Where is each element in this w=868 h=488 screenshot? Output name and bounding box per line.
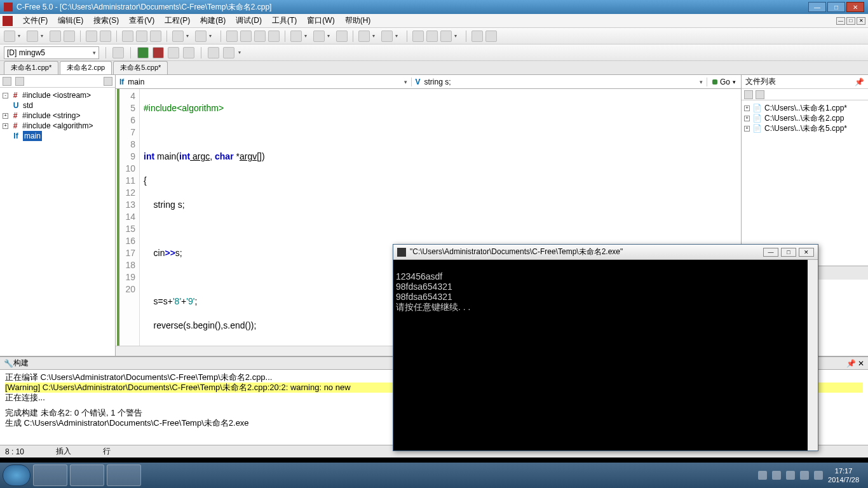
mdi-restore-button[interactable]: □	[846, 17, 855, 25]
left-sidebar: -##include <iostream> Ustd +##include <s…	[0, 75, 116, 356]
insert-mode: 插入	[56, 446, 71, 457]
sb-tool2-icon[interactable]	[15, 77, 24, 86]
start-button[interactable]	[3, 464, 31, 486]
mdi-min-button[interactable]: —	[836, 17, 845, 25]
console-close-button[interactable]: ✕	[799, 248, 814, 257]
line-gutter: 4567891011121314151617181920	[119, 89, 140, 346]
save-all-icon[interactable]	[64, 30, 75, 42]
symbol-tree[interactable]: -##include <iostream> Ustd +##include <s…	[0, 88, 115, 144]
tray-network-icon[interactable]	[800, 471, 809, 480]
menu-debug[interactable]: 调试(D)	[231, 14, 267, 27]
print-icon[interactable]	[86, 30, 97, 42]
bookmark-clear-icon[interactable]	[336, 30, 348, 42]
minimize-button[interactable]: —	[808, 2, 826, 12]
tray-input-icon[interactable]	[758, 471, 767, 480]
window-title: C-Free 5.0 - [C:\Users\Administrator\Doc…	[17, 2, 808, 13]
menu-help[interactable]: 帮助(H)	[340, 14, 376, 27]
line-label: 行	[103, 446, 111, 457]
bookmark-icon[interactable]	[290, 30, 302, 42]
menu-app-icon	[3, 16, 13, 26]
taskbar[interactable]: 17:17 2014/7/28	[0, 463, 868, 488]
new-file-icon[interactable]	[4, 30, 15, 42]
output-pin-icon[interactable]: 📌 ✕	[846, 359, 864, 368]
tab-file1[interactable]: 未命名1.cpp*	[4, 61, 58, 74]
symbol-scope-select[interactable]: Ifmain▾	[116, 78, 412, 86]
console-output[interactable]: 123456asdf 98fdsa654321 98fdsa654321 请按任…	[393, 260, 818, 451]
find-in-files-icon[interactable]	[240, 30, 252, 42]
console-min-button[interactable]: —	[763, 248, 778, 257]
about-icon[interactable]	[485, 30, 497, 42]
task-cfree[interactable]	[33, 464, 67, 486]
tray-volume-icon[interactable]	[814, 471, 823, 480]
file-list[interactable]: +📄C:\Users\..\未命名1.cpp* +📄C:\Users\..\未命…	[742, 100, 868, 266]
compiler-select[interactable]: [D] mingw5	[4, 46, 99, 59]
help-icon[interactable]	[471, 30, 483, 42]
menubar: 文件(F) 编辑(E) 搜索(S) 查看(V) 工程(P) 构建(B) 调试(D…	[0, 14, 868, 28]
maximize-button[interactable]: □	[827, 2, 845, 12]
goto-icon[interactable]	[268, 30, 280, 42]
rebuild-icon[interactable]	[440, 30, 452, 42]
run-icon[interactable]	[137, 47, 149, 58]
task-console[interactable]	[107, 464, 141, 486]
menu-tools[interactable]: 工具(T)	[267, 14, 302, 27]
sb-tool1-icon[interactable]	[3, 77, 11, 86]
tray-action-icon[interactable]	[772, 471, 781, 480]
config-icon[interactable]	[112, 47, 124, 58]
go-button[interactable]: Go▾	[707, 78, 741, 86]
menu-build[interactable]: 构建(B)	[195, 14, 231, 27]
system-tray[interactable]: 17:17 2014/7/28	[758, 466, 865, 484]
tab-file3[interactable]: 未命名5.cpp*	[113, 61, 168, 74]
tray-clock[interactable]: 17:17 2014/7/28	[828, 466, 859, 484]
app-icon	[4, 3, 13, 11]
console-max-button[interactable]: □	[781, 248, 796, 257]
tray-flag-icon[interactable]	[786, 471, 795, 480]
undo-icon[interactable]	[172, 30, 184, 42]
open-icon[interactable]	[27, 30, 38, 42]
console-icon	[397, 248, 406, 257]
tab-file2[interactable]: 未命名2.cpp	[60, 61, 112, 74]
symbol-member-select[interactable]: Vstring s;▾	[412, 78, 708, 86]
close-button[interactable]: ✕	[846, 2, 864, 12]
redo-icon[interactable]	[195, 30, 207, 42]
cut-icon[interactable]	[122, 30, 133, 42]
symbol-bar: Ifmain▾ Vstring s;▾ Go▾	[116, 75, 741, 89]
filelist-title: 文件列表📌	[742, 75, 868, 89]
fl-tool2-icon[interactable]	[756, 90, 764, 99]
compile-icon[interactable]	[412, 30, 424, 42]
menu-edit[interactable]: 编辑(E)	[53, 14, 88, 27]
step-over-icon[interactable]	[183, 47, 194, 58]
sb-refresh-icon[interactable]	[104, 77, 112, 86]
paste-icon[interactable]	[150, 30, 161, 42]
stop-icon[interactable]	[153, 47, 164, 58]
editor-tabs: 未命名1.cpp* 未命名2.cpp 未命名5.cpp*	[0, 61, 868, 75]
menu-project[interactable]: 工程(P)	[159, 14, 195, 27]
console-window[interactable]: "C:\Users\Administrator\Documents\C-Free…	[393, 244, 818, 451]
titlebar[interactable]: C-Free 5.0 - [C:\Users\Administrator\Doc…	[0, 0, 868, 14]
step-into-icon[interactable]	[168, 47, 179, 58]
menu-file[interactable]: 文件(F)	[18, 14, 53, 27]
fl-tool1-icon[interactable]	[744, 90, 753, 99]
compiler-toolbar: [D] mingw5 ▾	[0, 44, 868, 61]
console-titlebar[interactable]: "C:\Users\Administrator\Documents\C-Free…	[393, 245, 818, 260]
nav-back-icon[interactable]	[358, 30, 370, 42]
build-icon[interactable]	[426, 30, 438, 42]
bookmark-prev-icon[interactable]	[313, 30, 325, 42]
menu-view[interactable]: 查看(V)	[124, 14, 159, 27]
main-toolbar: ▾ ▾ ▾ ▾ ▾ ▾ ▾ ▾ ▾	[0, 28, 868, 44]
print-preview-icon[interactable]	[100, 30, 111, 42]
find-icon[interactable]	[226, 30, 238, 42]
mdi-close-button[interactable]: ✕	[857, 17, 865, 25]
task-explorer[interactable]	[70, 464, 104, 486]
console-scrollbar[interactable]	[808, 260, 818, 451]
menu-search[interactable]: 搜索(S)	[88, 14, 124, 27]
hand-icon[interactable]	[223, 47, 234, 58]
console-title-text: "C:\Users\Administrator\Documents\C-Free…	[410, 247, 623, 257]
replace-icon[interactable]	[254, 30, 266, 42]
nav-fwd-icon[interactable]	[381, 30, 393, 42]
breakpoint-icon[interactable]	[208, 47, 219, 58]
pin-icon[interactable]: 📌	[855, 78, 864, 86]
save-icon[interactable]	[50, 30, 61, 42]
menu-window[interactable]: 窗口(W)	[302, 14, 339, 27]
copy-icon[interactable]	[136, 30, 147, 42]
cursor-pos: 8 : 10	[5, 447, 24, 456]
